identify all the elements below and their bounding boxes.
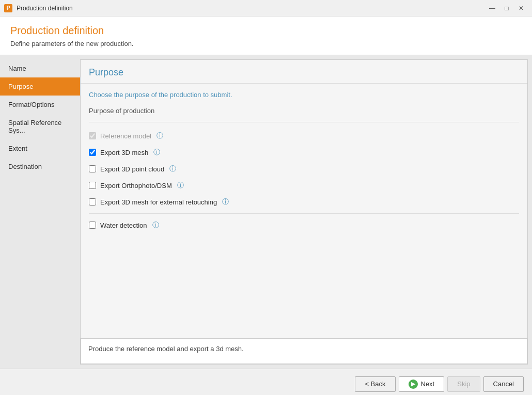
footer: < Back ▶ Next Skip Cancel [0,369,532,395]
header: Production definition Define parameters … [0,17,532,55]
info-icon-export-3d-point-cloud: ⓘ [169,164,176,173]
sidebar-item-purpose[interactable]: Purpose [0,77,80,96]
page-title: Production definition [10,25,522,37]
separator [89,213,519,214]
checkbox-water-detection[interactable] [89,222,96,229]
option-label-export-3d-mesh-external: Export 3D mesh for external retouching [100,198,217,206]
next-icon: ▶ [409,380,418,389]
info-icon-water-detection: ⓘ [152,220,159,230]
next-button[interactable]: ▶ Next [399,376,445,392]
next-label: Next [421,380,435,388]
close-button[interactable]: ✕ [514,3,528,14]
option-label-export-orthophoto: Export Orthophoto/DSM [100,182,172,189]
checkbox-export-3d-mesh[interactable] [89,149,96,156]
checkbox-reference-model[interactable] [89,132,96,139]
option-row-export-orthophoto: Export Orthophoto/DSM ⓘ [89,177,519,194]
checkbox-export-3d-point-cloud[interactable] [89,165,96,172]
sidebar-item-extent[interactable]: Extent [0,139,80,157]
info-text: Produce the reference model and export a… [88,345,244,353]
window-controls: — □ ✕ [486,3,528,14]
option-label-reference-model: Reference model [100,132,151,140]
window-title: Production definition [17,5,486,12]
sidebar: Name Purpose Format/Options Spatial Refe… [0,55,80,369]
sidebar-item-format-options[interactable]: Format/Options [0,96,80,114]
purpose-subtitle: Choose the purpose of the production to … [89,91,519,99]
checkbox-export-3d-mesh-external[interactable] [89,198,96,206]
option-row-export-3d-point-cloud: Export 3D point cloud ⓘ [89,161,519,177]
sidebar-item-name[interactable]: Name [0,59,80,77]
cancel-button[interactable]: Cancel [483,376,524,392]
page-subtitle: Define parameters of the new production. [10,40,522,48]
option-row-water-detection: Water detection ⓘ [89,217,519,233]
checkbox-export-orthophoto[interactable] [89,182,96,189]
option-row-export-3d-mesh: Export 3D mesh ⓘ [89,144,519,161]
section-label: Purpose of production [89,107,519,115]
app-icon-letter: P [7,5,10,11]
info-icon-export-3d-mesh: ⓘ [153,148,160,157]
info-bar: Produce the reference model and export a… [81,338,527,364]
panel-body: Choose the purpose of the production to … [81,84,527,338]
skip-button[interactable]: Skip [447,376,480,392]
option-label-export-3d-mesh: Export 3D mesh [100,149,148,156]
main-content: Name Purpose Format/Options Spatial Refe… [0,55,532,369]
options-list: Reference model ⓘ Export 3D mesh ⓘ Expor… [89,122,519,233]
sidebar-item-destination[interactable]: Destination [0,157,80,176]
sidebar-item-spatial-ref[interactable]: Spatial Reference Sys... [0,114,80,139]
maximize-button[interactable]: □ [500,3,513,14]
info-icon-export-orthophoto: ⓘ [177,181,184,190]
back-button[interactable]: < Back [355,376,395,392]
option-label-export-3d-point-cloud: Export 3D point cloud [100,165,164,173]
info-icon-reference-model: ⓘ [157,131,163,140]
app-icon: P [4,4,12,12]
title-bar: P Production definition — □ ✕ [0,0,532,17]
option-row-reference-model: Reference model ⓘ [89,128,519,144]
option-row-export-3d-mesh-external: Export 3D mesh for external retouching ⓘ [89,194,519,210]
minimize-button[interactable]: — [486,3,499,14]
content-panel: Purpose Choose the purpose of the produc… [80,59,528,365]
option-label-water-detection: Water detection [100,222,147,229]
panel-title: Purpose [81,60,527,84]
info-icon-export-3d-mesh-external: ⓘ [222,197,229,207]
